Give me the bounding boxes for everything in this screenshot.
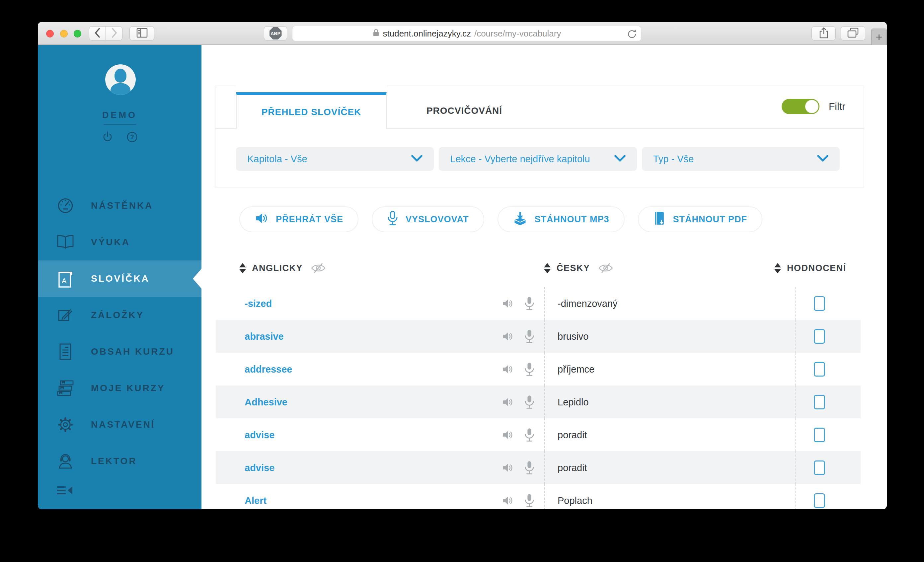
download-icon [513, 211, 527, 228]
english-word[interactable]: Adhesive [244, 396, 287, 408]
english-word[interactable]: advise [244, 429, 274, 440]
download-mp3-button[interactable]: STÁHNOUT MP3 [498, 206, 625, 232]
filter-dropdowns: Kapitola - Vše Lekce - Vyberte nejdříve … [236, 147, 840, 171]
rating-checkbox[interactable] [814, 493, 825, 508]
rating-checkbox[interactable] [814, 329, 825, 344]
microphone-icon[interactable] [524, 329, 535, 344]
english-word[interactable]: abrasive [244, 331, 284, 342]
chevron-down-icon [614, 154, 626, 165]
column-divider [544, 353, 545, 385]
chevron-right-icon [111, 27, 118, 40]
sidebar-item-zalozky[interactable]: ZÁLOŽKY [38, 297, 201, 333]
table-row: advise [216, 418, 861, 451]
address-bar[interactable]: student.onlinejazyky.cz/course/my-vocabu… [292, 26, 641, 41]
rating-checkbox[interactable] [814, 296, 825, 311]
sidebar-item-lektor[interactable]: LEKTOR [38, 443, 201, 480]
sidebar-item-nastenka[interactable]: NÁSTĚNKA [38, 187, 201, 224]
speaker-icon[interactable] [501, 297, 514, 310]
tab-notch [236, 85, 387, 86]
english-word[interactable]: -sized [244, 298, 272, 309]
adblock-extension-button[interactable]: ABP [264, 26, 287, 40]
url-path: /course/my-vocabulary [474, 28, 561, 39]
share-button[interactable] [812, 26, 836, 40]
type-dropdown[interactable]: Typ - Vše [642, 147, 840, 171]
vocabulary-card: PŘEHLED SLOVÍČEK PROCVIČOVÁNÍ Filtr Kapi… [215, 85, 864, 187]
vocab-rows: -sized [216, 287, 861, 509]
speaker-icon[interactable] [501, 428, 514, 442]
speaker-icon[interactable] [501, 330, 514, 343]
czech-word: poradit [558, 429, 587, 440]
play-all-button[interactable]: PŘEHRÁT VŠE [239, 206, 358, 232]
column-header-anglicky: ANGLICKY [239, 261, 326, 275]
microphone-icon[interactable] [524, 395, 535, 409]
tab-procvicovani[interactable]: PROCVIČOVÁNÍ [391, 92, 537, 129]
column-divider [795, 418, 795, 451]
sidebar-toggle-button[interactable] [129, 26, 154, 40]
microphone-icon[interactable] [524, 296, 535, 311]
pronounce-button[interactable]: VYSLOVOVAT [372, 206, 484, 232]
sidebar-item-nastaveni[interactable]: NASTAVENÍ [38, 406, 201, 443]
chapter-dropdown[interactable]: Kapitola - Vše [236, 147, 434, 171]
sort-anglicky-button[interactable] [239, 263, 246, 273]
column-divider [544, 418, 545, 451]
sidebar-panel-icon [136, 28, 148, 39]
back-button[interactable] [89, 26, 106, 40]
speaker-icon[interactable] [501, 461, 514, 474]
minimize-window-button[interactable] [60, 30, 68, 37]
collapse-sidebar-button[interactable] [56, 484, 74, 498]
browser-toolbar: ABP student.onlinejazyky.cz/course/my-vo… [38, 22, 887, 45]
sidebar-item-moje-kurzy[interactable]: MOJE KURZY [38, 370, 201, 406]
sidebar-item-label: VÝUKA [91, 237, 130, 247]
english-word[interactable]: advise [244, 462, 274, 473]
english-word[interactable]: Alert [244, 495, 267, 506]
course-content-icon [56, 342, 75, 361]
avatar[interactable] [105, 64, 136, 95]
microphone-icon[interactable] [524, 493, 535, 508]
download-pdf-button[interactable]: STÁHNOUT PDF [638, 206, 763, 232]
action-label: STÁHNOUT MP3 [535, 214, 609, 225]
sort-cesky-button[interactable] [544, 263, 550, 273]
filter-toggle[interactable] [782, 99, 819, 114]
speaker-icon[interactable] [501, 396, 514, 409]
rating-checkbox[interactable] [814, 362, 825, 376]
my-courses-icon [56, 379, 75, 397]
hide-cesky-eye-off-icon[interactable] [598, 263, 614, 273]
tabs-overview-icon [847, 27, 859, 39]
rating-checkbox[interactable] [814, 428, 825, 442]
toggle-knob [805, 100, 819, 113]
chevron-down-icon [817, 154, 828, 165]
action-label: PŘEHRÁT VŠE [276, 214, 343, 225]
logout-power-icon[interactable] [101, 131, 114, 145]
reload-button[interactable] [627, 29, 637, 42]
forward-button[interactable] [105, 26, 123, 40]
main-content: PŘEHLED SLOVÍČEK PROCVIČOVÁNÍ Filtr Kapi… [201, 45, 887, 509]
rating-checkbox[interactable] [814, 395, 825, 409]
tab-overview-button[interactable] [841, 26, 865, 40]
microphone-icon[interactable] [524, 362, 535, 376]
help-icon[interactable]: ? [126, 131, 138, 145]
microphone-icon[interactable] [524, 428, 535, 442]
lesson-dropdown[interactable]: Lekce - Vyberte nejdříve kapitolu [439, 147, 637, 171]
tab-label: PŘEHLED SLOVÍČEK [261, 107, 362, 117]
table-row: abrasive [216, 320, 861, 353]
close-window-button[interactable] [46, 30, 54, 37]
column-divider [544, 451, 545, 484]
speaker-icon[interactable] [501, 363, 514, 376]
speaker-icon[interactable] [501, 494, 514, 507]
hide-anglicky-eye-off-icon[interactable] [310, 263, 326, 273]
english-word[interactable]: addressee [244, 364, 292, 375]
sidebar-item-obsah-kurzu[interactable]: OBSAH KURZU [38, 333, 201, 370]
new-tab-button[interactable]: + [871, 28, 887, 45]
microphone-icon[interactable] [524, 460, 535, 475]
tab-label: PROCVIČOVÁNÍ [426, 105, 502, 116]
sidebar-item-slovicka[interactable]: A SLOVÍČKA [38, 261, 201, 297]
zoom-window-button[interactable] [74, 30, 81, 37]
table-row: Alert [216, 484, 861, 509]
rating-checkbox[interactable] [814, 460, 825, 475]
username: DEMO [38, 110, 201, 120]
sidebar-item-vyuka[interactable]: VÝUKA [38, 224, 201, 261]
sidebar-item-label: MOJE KURZY [91, 383, 165, 393]
sort-hodnoceni-button[interactable] [774, 263, 781, 273]
user-divider [104, 124, 136, 125]
tab-prehled-slovicek[interactable]: PŘEHLED SLOVÍČEK [236, 92, 387, 129]
